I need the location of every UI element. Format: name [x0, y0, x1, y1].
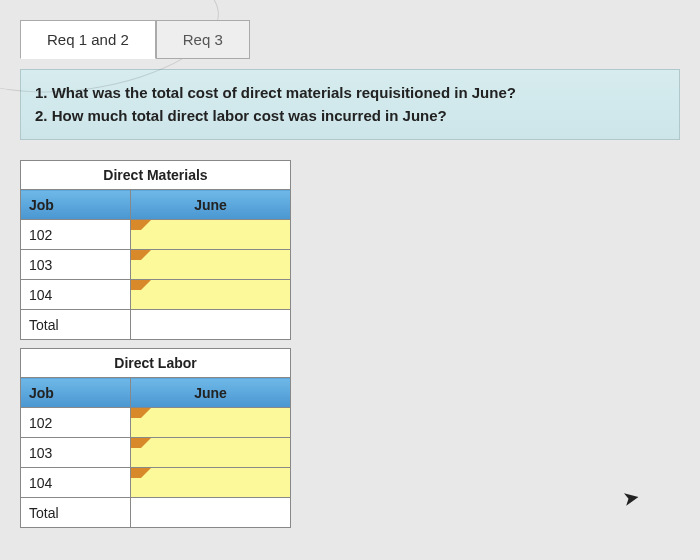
col-header-june: June [131, 190, 291, 220]
table-row: 103 [21, 250, 291, 280]
job-total-cell: Total [21, 498, 131, 528]
job-total-cell: Total [21, 310, 131, 340]
question-1: 1. What was the total cost of direct mat… [35, 82, 665, 105]
table-title-row: Direct Materials [21, 161, 291, 190]
col-header-job: Job [21, 190, 131, 220]
materials-input-102[interactable] [131, 220, 291, 250]
table-title-row: Direct Labor [21, 349, 291, 378]
tab-bar: Req 1 and 2 Req 3 [0, 0, 700, 59]
table-header-row: Job June [21, 190, 291, 220]
job-cell: 104 [21, 280, 131, 310]
direct-labor-table: Direct Labor Job June 102 103 104 Total [20, 348, 291, 528]
question-block: 1. What was the total cost of direct mat… [20, 69, 680, 140]
col-header-job: Job [21, 378, 131, 408]
labor-total-cell [131, 498, 291, 528]
job-cell: 103 [21, 250, 131, 280]
table-row: 102 [21, 220, 291, 250]
job-cell: 103 [21, 438, 131, 468]
labor-input-104[interactable] [131, 468, 291, 498]
materials-input-104[interactable] [131, 280, 291, 310]
col-header-june: June [131, 378, 291, 408]
direct-materials-table: Direct Materials Job June 102 103 104 To… [20, 160, 291, 340]
table-row: 104 [21, 468, 291, 498]
job-cell: 102 [21, 408, 131, 438]
table-row: Total [21, 310, 291, 340]
job-cell: 102 [21, 220, 131, 250]
tab-req-3[interactable]: Req 3 [156, 20, 250, 59]
labor-input-103[interactable] [131, 438, 291, 468]
table-title: Direct Materials [21, 161, 291, 190]
worksheet: Direct Materials Job June 102 103 104 To… [20, 160, 700, 528]
table-row: 103 [21, 438, 291, 468]
table-row: Total [21, 498, 291, 528]
materials-total-cell [131, 310, 291, 340]
table-title: Direct Labor [21, 349, 291, 378]
materials-input-103[interactable] [131, 250, 291, 280]
page: Req 1 and 2 Req 3 1. What was the total … [0, 0, 700, 560]
table-row: 102 [21, 408, 291, 438]
job-cell: 104 [21, 468, 131, 498]
labor-input-102[interactable] [131, 408, 291, 438]
question-2: 2. How much total direct labor cost was … [35, 105, 665, 128]
tab-req-1-2[interactable]: Req 1 and 2 [20, 20, 156, 59]
table-row: 104 [21, 280, 291, 310]
table-header-row: Job June [21, 378, 291, 408]
